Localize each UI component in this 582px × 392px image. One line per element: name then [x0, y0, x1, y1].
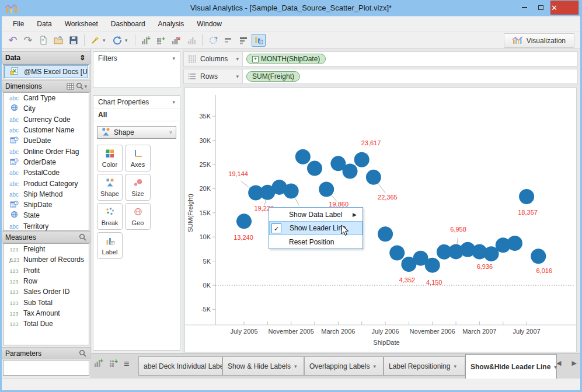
- measure-item-number-of-records[interactable]: ƒ123 Number of Records: [4, 254, 89, 265]
- data-point-label[interactable]: 22,365: [378, 194, 398, 201]
- data-point[interactable]: [378, 226, 393, 242]
- search-icon[interactable]: [78, 233, 87, 241]
- context-menu-item-reset-position[interactable]: Reset Position: [269, 235, 363, 249]
- dropdown-caret-icon[interactable]: ▾: [125, 37, 131, 43]
- chevron-down-icon[interactable]: ▾: [454, 363, 456, 369]
- measure-item-row[interactable]: 123 Row: [4, 276, 89, 286]
- menu-item-worksheet[interactable]: Worksheet: [58, 18, 104, 30]
- undo-icon[interactable]: ↶: [6, 34, 20, 47]
- lasso-select-icon[interactable]: [206, 34, 220, 47]
- chart-properties-header[interactable]: Chart Properties ▾: [93, 96, 180, 108]
- data-point-label[interactable]: 4,150: [426, 279, 442, 286]
- measure-item-profit[interactable]: 123 Profit: [4, 265, 89, 276]
- data-point[interactable]: [389, 246, 405, 261]
- data-point[interactable]: [531, 249, 546, 264]
- search-icon[interactable]: [75, 82, 84, 90]
- data-section-header[interactable]: Data ⇕: [2, 51, 90, 64]
- measure-item-sub-total[interactable]: 123 Sub Total: [4, 297, 89, 307]
- geo-property-button[interactable]: Geo: [125, 203, 151, 230]
- data-point[interactable]: [366, 170, 381, 185]
- save-icon[interactable]: [67, 34, 81, 47]
- sort-updown-icon[interactable]: ⇕: [78, 54, 87, 62]
- dimension-item-customer-name[interactable]: abc Customer Name: [4, 125, 89, 135]
- tab-scroll-left-icon[interactable]: ◀: [556, 359, 561, 367]
- break-property-button[interactable]: Break: [97, 203, 123, 230]
- chevron-down-icon[interactable]: ▾: [172, 55, 175, 61]
- sheet-list-icon[interactable]: ≡: [124, 359, 129, 369]
- data-point[interactable]: [319, 182, 334, 197]
- menu-item-data[interactable]: Data: [30, 18, 58, 30]
- swap-axes-icon[interactable]: [252, 34, 266, 47]
- chevron-down-icon[interactable]: ▾: [84, 83, 87, 89]
- tab-scroll-right-icon[interactable]: ▶: [572, 359, 577, 367]
- data-point[interactable]: [343, 163, 358, 178]
- measures-section-header[interactable]: Measures: [2, 231, 90, 243]
- dimension-item-city[interactable]: City: [4, 103, 89, 114]
- dimension-item-currency-code[interactable]: abc Currency Code: [4, 114, 89, 125]
- remove-chart-icon[interactable]: ×: [169, 34, 183, 47]
- data-point[interactable]: [236, 214, 252, 229]
- measure-item-freight[interactable]: 123 Freight: [4, 244, 89, 254]
- magic-wand-icon[interactable]: [88, 34, 102, 47]
- dropdown-caret-icon[interactable]: ▾: [103, 37, 109, 43]
- dimension-item-ship-method[interactable]: abc Ship Method: [4, 189, 89, 200]
- dimension-item-territory[interactable]: abc Territory: [4, 221, 89, 231]
- new-file-icon[interactable]: +: [36, 34, 50, 47]
- data-point-label[interactable]: 18,357: [518, 209, 538, 216]
- data-point[interactable]: [284, 184, 299, 199]
- axes-property-button[interactable]: Axes: [125, 145, 151, 172]
- dimension-item-product-category[interactable]: abc Product Category: [4, 178, 89, 188]
- chevron-down-icon[interactable]: ▾: [294, 363, 297, 369]
- visualization-toggle-button[interactable]: Visualization: [504, 33, 574, 48]
- menu-item-analysis[interactable]: Analysis: [152, 18, 191, 30]
- data-point-label[interactable]: 6,958: [450, 226, 466, 233]
- dimension-item-shipdate[interactable]: 12 ShipDate: [4, 200, 89, 210]
- tab-label-repositioning[interactable]: Label Repositioning ▾: [384, 356, 465, 376]
- measure-item-total-due[interactable]: 123 Total Due: [4, 318, 89, 329]
- rows-pill-sum-freight[interactable]: SUM(Freight): [246, 71, 300, 82]
- data-point[interactable]: [507, 236, 522, 251]
- tab-show-hide-labels[interactable]: Show & Hide Labels ▾: [222, 356, 304, 376]
- shape-property-button[interactable]: Shape: [97, 174, 123, 201]
- chevron-down-icon[interactable]: ▾: [373, 363, 376, 369]
- align-bars-icon[interactable]: [236, 34, 250, 47]
- tab-overlapping-labels[interactable]: Overlapping Labels ▾: [304, 356, 384, 376]
- title-bar[interactable]: Visual Analytics - [Sample_Data_Source_S…: [0, 0, 582, 16]
- open-folder-icon[interactable]: [51, 34, 65, 47]
- rows-shelf-label[interactable]: Rows ▾: [184, 69, 243, 83]
- data-point[interactable]: [354, 152, 370, 167]
- maximize-button[interactable]: [533, 2, 548, 14]
- data-point-label[interactable]: 19,860: [329, 201, 348, 208]
- data-point[interactable]: [307, 161, 322, 176]
- measure-item-sales-order-id[interactable]: 123 Sales Order ID: [4, 286, 89, 297]
- search-icon[interactable]: [78, 349, 87, 357]
- data-point[interactable]: [425, 258, 440, 273]
- view-data-grid-icon[interactable]: [65, 83, 75, 90]
- chevron-down-icon[interactable]: ▾: [236, 56, 239, 62]
- columns-shelf-label[interactable]: Columns ▾: [184, 52, 243, 66]
- menu-item-window[interactable]: Window: [190, 18, 228, 30]
- tab-abel-deck-individual-labels[interactable]: abel Deck Individual Labels ▾: [138, 356, 222, 376]
- data-point-label[interactable]: 19,144: [228, 170, 248, 177]
- dimension-item-postalcode[interactable]: abc PostalCode: [4, 167, 89, 178]
- dimension-item-card-type[interactable]: abc Card Type: [4, 93, 89, 103]
- chevron-down-icon[interactable]: ▾: [236, 74, 239, 79]
- expand-plus-icon[interactable]: +: [252, 56, 259, 62]
- data-point[interactable]: [519, 189, 534, 204]
- mark-type-dropdown[interactable]: Shape ˅: [97, 126, 176, 139]
- data-point-label[interactable]: 13,240: [234, 234, 253, 241]
- chevron-down-icon[interactable]: ▾: [554, 364, 557, 370]
- color-property-button[interactable]: Color: [97, 145, 123, 172]
- add-crosstab-icon[interactable]: +: [109, 358, 119, 369]
- dimension-item-online-order-flag[interactable]: abc Online Order Flag: [4, 146, 89, 156]
- columns-pill-month-shipdate[interactable]: + MONTH(ShipDate): [246, 54, 326, 64]
- size-property-button[interactable]: Size: [125, 174, 151, 201]
- add-chart-icon[interactable]: +: [139, 34, 153, 47]
- dimension-item-orderdate[interactable]: 12 OrderDate: [4, 157, 89, 167]
- close-button[interactable]: ✕: [550, 1, 578, 15]
- data-point[interactable]: [295, 149, 311, 164]
- scatter-chart-panel[interactable]: 35K30K25K20K15K10K5K0K-5KSUM(Freight)Jul…: [184, 88, 577, 352]
- add-chart-icon[interactable]: +: [93, 358, 104, 369]
- refresh-icon[interactable]: [110, 34, 124, 47]
- data-point-label[interactable]: 4,352: [399, 276, 416, 284]
